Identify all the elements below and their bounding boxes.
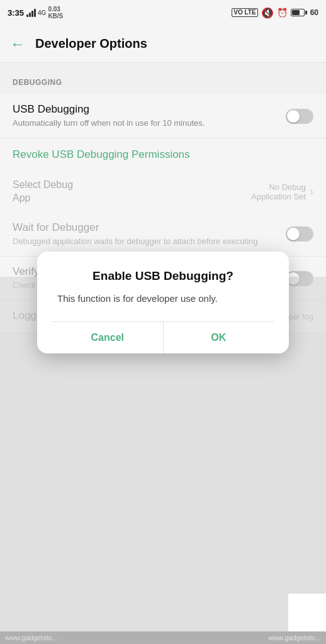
battery-percent: 60 xyxy=(310,8,318,17)
data-speed-icon: 0.03KB/S xyxy=(48,6,63,19)
battery-icon xyxy=(291,9,307,16)
dialog-title: Enable USB Debugging? xyxy=(52,269,274,283)
page-title: Developer Options xyxy=(35,36,147,51)
signal-icon xyxy=(26,8,36,17)
dialog-overlay: Enable USB Debugging? This function is f… xyxy=(0,63,326,644)
dialog-actions: Cancel OK xyxy=(52,321,274,353)
status-bar: 3:35 4G 0.03KB/S VO LTE 🔇 ⏰ 60 xyxy=(0,0,326,25)
network-type-icon: 4G xyxy=(38,9,46,16)
volte-icon: VO LTE xyxy=(232,8,257,17)
white-box-decoration xyxy=(288,594,326,631)
enable-usb-debugging-dialog: Enable USB Debugging? This function is f… xyxy=(37,252,289,353)
alarm-icon: ⏰ xyxy=(277,8,288,18)
status-right-icons: VO LTE 🔇 ⏰ 60 xyxy=(232,7,318,19)
cancel-button[interactable]: Cancel xyxy=(52,322,163,353)
dialog-message: This function is for developer use only. xyxy=(52,292,274,306)
back-button[interactable]: ← xyxy=(10,35,25,53)
ok-button[interactable]: OK xyxy=(164,322,274,353)
status-time: 3:35 4G 0.03KB/S xyxy=(8,6,63,19)
app-bar: ← Developer Options xyxy=(0,25,326,63)
mute-icon: 🔇 xyxy=(261,7,274,19)
content-area: DEBUGGING USB Debugging Automatically tu… xyxy=(0,63,326,644)
status-icons: 4G 0.03KB/S xyxy=(26,6,63,19)
